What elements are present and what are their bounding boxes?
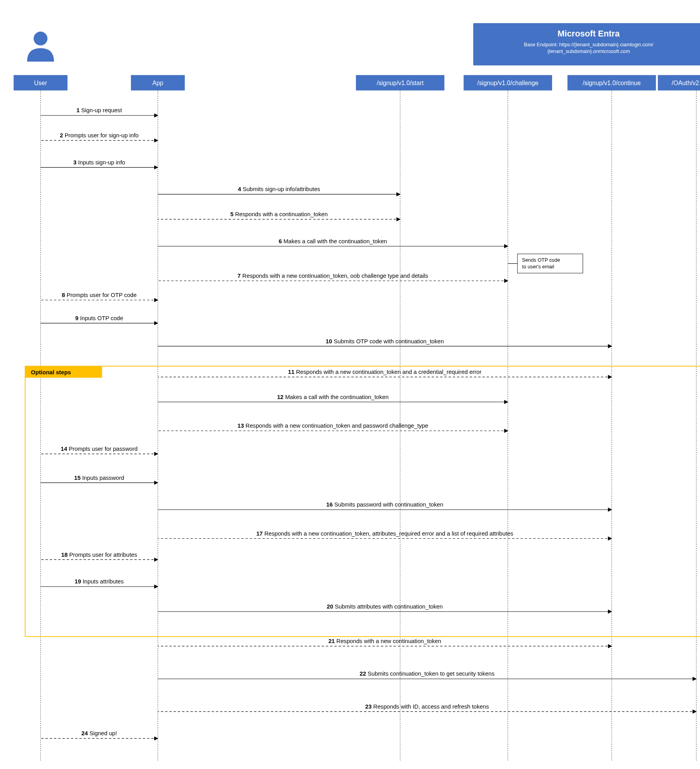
header-line1: Base Endpoint: https://{tenant_subdomain… — [524, 42, 653, 47]
message-12: 12 Makes a call with the continuation_to… — [158, 394, 508, 402]
message-label: 22 Submits continuation_token to get sec… — [360, 671, 495, 677]
message-label: 5 Responds with a continuation_token — [230, 211, 328, 217]
lane-label: /OAuth/v2.0/token — [672, 80, 700, 86]
message-19: 19 Inputs attributes — [40, 578, 158, 587]
message-23: 23 Responds with ID, access and refresh … — [158, 703, 696, 712]
message-9: 9 Inputs OTP code — [40, 315, 158, 323]
message-label: 7 Responds with a new continuation_token… — [237, 273, 428, 279]
lane-label: /signup/v1.0/start — [377, 80, 424, 86]
message-22: 22 Submits continuation_token to get sec… — [158, 671, 696, 679]
message-20: 20 Submits attributes with continuation_… — [158, 603, 612, 612]
message-label: 15 Inputs password — [74, 475, 124, 481]
message-24: 24 Signed up! — [40, 730, 158, 738]
message-2: 2 Prompts user for sign-up info — [40, 132, 158, 140]
message-label: 13 Responds with a new continuation_toke… — [237, 423, 428, 429]
message-label: 11 Responds with a new continuation_toke… — [288, 369, 481, 375]
lane-label: /signup/v1.0/challenge — [477, 80, 538, 86]
message-label: 2 Prompts user for sign-up info — [60, 132, 139, 138]
message-label: 16 Submits password with continuation_to… — [326, 501, 443, 508]
message-label: 23 Responds with ID, access and refresh … — [365, 703, 489, 710]
svg-point-1 — [34, 32, 47, 46]
optional-steps-label: Optional steps — [31, 369, 71, 375]
header-title: Microsoft Entra — [558, 29, 620, 38]
message-label: 14 Prompts user for password — [61, 446, 138, 452]
message-label: 21 Responds with a new continuation_toke… — [328, 638, 441, 644]
lane-user: User — [14, 75, 67, 90]
lane-start: /signup/v1.0/start — [356, 75, 444, 90]
message-8: 8 Prompts user for OTP code — [40, 292, 158, 300]
lane-token: /OAuth/v2.0/token — [658, 75, 700, 90]
message-16: 16 Submits password with continuation_to… — [158, 501, 612, 510]
message-7: 7 Responds with a new continuation_token… — [158, 273, 508, 281]
message-label: 10 Submits OTP code with continuation_to… — [326, 338, 444, 344]
message-17: 17 Responds with a new continuation_toke… — [158, 530, 612, 539]
lane-label: User — [34, 80, 47, 86]
message-5: 5 Responds with a continuation_token — [158, 211, 400, 219]
lane-app: App — [131, 75, 185, 90]
message-4: 4 Submits sign-up info/attributes — [158, 186, 400, 194]
message-11: 11 Responds with a new continuation_toke… — [158, 369, 612, 377]
message-label: 20 Submits attributes with continuation_… — [327, 603, 443, 610]
lane-challenge: /signup/v1.0/challenge — [464, 75, 552, 90]
message-6: 6 Makes a call with the continuation_tok… — [158, 238, 508, 246]
lane-label: App — [152, 80, 163, 86]
message-label: 6 Makes a call with the continuation_tok… — [279, 238, 387, 244]
message-label: 9 Inputs OTP code — [75, 315, 123, 321]
message-label: 18 Prompts user for attributes — [61, 552, 137, 558]
message-label: 12 Makes a call with the continuation_to… — [277, 394, 388, 400]
header-line2: {tenant_subdomain}.onmicrosoft.com — [547, 48, 630, 54]
message-10: 10 Submits OTP code with continuation_to… — [158, 338, 612, 346]
lane-continue: /signup/v1.0/continue — [567, 75, 656, 90]
message-21: 21 Responds with a new continuation_toke… — [158, 638, 612, 646]
message-label: 19 Inputs attributes — [75, 578, 124, 585]
message-15: 15 Inputs password — [40, 475, 158, 483]
message-label: 4 Submits sign-up info/attributes — [238, 186, 320, 192]
sequence-diagram: Microsoft Entra Base Endpoint: https://{… — [8, 8, 700, 769]
message-label: 3 Inputs sign-up info — [73, 159, 125, 166]
message-14: 14 Prompts user for password — [40, 446, 158, 454]
entra-header: Microsoft Entra Base Endpoint: https://{… — [473, 23, 700, 66]
message-label: 17 Responds with a new continuation_toke… — [256, 530, 513, 537]
message-18: 18 Prompts user for attributes — [40, 552, 158, 560]
lane-label: /signup/v1.0/continue — [583, 80, 641, 86]
message-13: 13 Responds with a new continuation_toke… — [158, 423, 508, 431]
message-1: 1 Sign-up request — [40, 107, 158, 115]
message-label: 24 Signed up! — [81, 730, 117, 736]
otp-note-line1: Sends OTP code — [522, 257, 560, 263]
message-label: 1 Sign-up request — [77, 107, 122, 113]
user-actor-icon — [27, 32, 54, 62]
message-3: 3 Inputs sign-up info — [40, 159, 158, 168]
otp-note-line2: to user's email — [522, 264, 554, 270]
message-label: 8 Prompts user for OTP code — [62, 292, 137, 298]
